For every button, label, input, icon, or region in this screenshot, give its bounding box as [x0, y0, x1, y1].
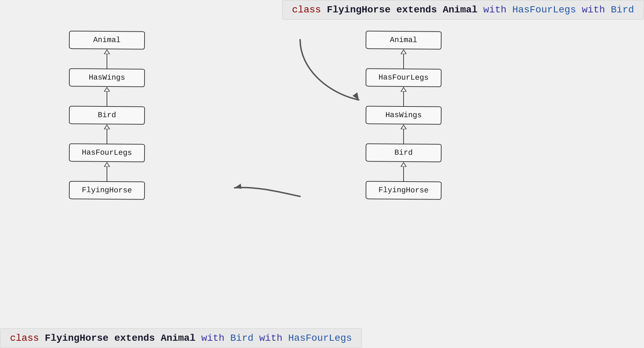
bottom-code-extends-kw: extends: [114, 333, 160, 344]
left-item-hasfourlegs: HasFourLegs: [69, 144, 145, 162]
left-arrow-3: [69, 124, 145, 144]
right-box-flyinghorse: FlyingHorse: [366, 181, 442, 200]
top-code-hasfourlegs: HasFourLegs: [512, 4, 582, 15]
right-arrowhead-1: [400, 49, 407, 54]
left-arrow-1: [69, 49, 145, 69]
left-arrowline-4: [107, 167, 107, 181]
top-code-bird: Bird: [611, 4, 634, 15]
left-arrowline-1: [107, 54, 107, 69]
bottom-code-class-kw: class: [10, 333, 45, 344]
left-item-bird: Bird: [69, 106, 145, 124]
bottom-curved-arrow-path: [235, 187, 300, 196]
right-arrowhead-3: [400, 124, 407, 129]
left-arrowline-2: [107, 92, 107, 106]
bottom-code-class-name: FlyingHorse: [45, 333, 115, 344]
bottom-code-bird: Bird: [230, 333, 259, 344]
left-arrowhead-1: [104, 49, 110, 54]
bottom-code-hasfourlegs: HasFourLegs: [288, 333, 352, 344]
right-arrowline-1: [403, 54, 404, 69]
left-arrowhead-3: [104, 124, 110, 129]
right-arrow-4: [366, 162, 442, 181]
bottom-curved-arrowhead: [235, 184, 241, 189]
top-curved-arrowhead: [353, 92, 359, 100]
right-box-haswings: HasWings: [366, 106, 442, 125]
bottom-code-with1: with: [201, 333, 230, 344]
right-diagram: Animal HasFourLegs HasWings Bird FlyingH: [366, 31, 442, 199]
left-box-animal: Animal: [69, 31, 145, 50]
right-arrow-1: [366, 49, 442, 69]
right-arrowhead-4: [400, 162, 407, 167]
right-item-hasfourlegs: HasFourLegs: [366, 69, 442, 87]
right-box-animal: Animal: [366, 31, 442, 50]
right-arrow-3: [366, 124, 442, 144]
right-item-haswings: HasWings: [366, 106, 442, 124]
right-item-animal: Animal: [366, 31, 442, 49]
left-arrowline-3: [107, 129, 107, 144]
main-content: class FlyingHorse extends Animal with Ha…: [0, 0, 644, 348]
right-arrowline-3: [403, 129, 404, 144]
right-arrowline-2: [403, 92, 404, 106]
right-box-bird: Bird: [366, 143, 442, 162]
top-code-extends-kw: extends: [396, 4, 443, 15]
top-code-with2: with: [582, 4, 611, 15]
right-arrowline-4: [403, 167, 404, 181]
right-box-hasfourlegs: HasFourLegs: [366, 68, 442, 87]
top-curved-arrow-path: [300, 40, 359, 100]
right-arrowhead-2: [400, 87, 407, 92]
left-arrowhead-2: [104, 87, 110, 92]
right-item-flyinghorse: FlyingHorse: [366, 181, 442, 199]
left-item-haswings: HasWings: [69, 69, 145, 87]
right-arrow-2: [366, 87, 442, 106]
left-box-hasfourlegs: HasFourLegs: [69, 143, 145, 162]
left-arrowhead-4: [104, 162, 110, 167]
left-item-animal: Animal: [69, 31, 145, 49]
top-code-class-kw: class: [292, 4, 327, 15]
bottom-code-bar: class FlyingHorse extends Animal with Bi…: [0, 328, 362, 348]
left-box-bird: Bird: [69, 106, 145, 125]
top-code-animal: Animal: [443, 4, 483, 15]
top-code-class-name: FlyingHorse: [327, 4, 396, 15]
bottom-code-with2: with: [259, 333, 288, 344]
top-code-bar: class FlyingHorse extends Animal with Ha…: [282, 0, 644, 20]
left-box-haswings: HasWings: [69, 68, 145, 87]
left-arrow-4: [69, 162, 145, 181]
left-item-flyinghorse: FlyingHorse: [69, 181, 145, 199]
top-code-with1: with: [483, 4, 512, 15]
left-diagram: Animal HasWings Bird HasFourLegs FlyingH: [69, 31, 145, 199]
left-box-flyinghorse: FlyingHorse: [69, 181, 145, 200]
right-item-bird: Bird: [366, 144, 442, 162]
bottom-code-animal: Animal: [161, 333, 201, 344]
left-arrow-2: [69, 87, 145, 106]
